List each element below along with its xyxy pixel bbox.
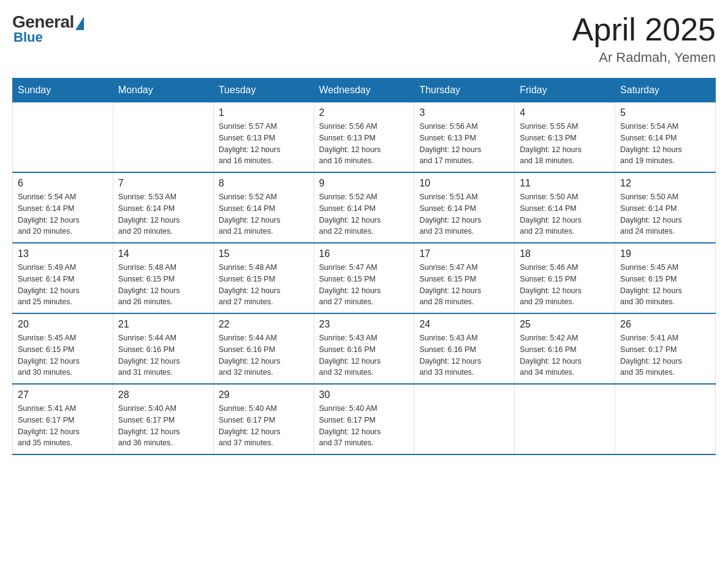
calendar-cell: 20Sunrise: 5:45 AM Sunset: 6:15 PM Dayli… bbox=[13, 313, 113, 384]
calendar-table: SundayMondayTuesdayWednesdayThursdayFrid… bbox=[12, 78, 716, 455]
calendar-cell: 25Sunrise: 5:42 AM Sunset: 6:16 PM Dayli… bbox=[515, 313, 615, 384]
day-number: 20 bbox=[18, 319, 108, 330]
day-info: Sunrise: 5:49 AM Sunset: 6:14 PM Dayligh… bbox=[18, 262, 108, 308]
day-number: 24 bbox=[419, 319, 509, 330]
day-number: 14 bbox=[118, 248, 208, 259]
day-number: 29 bbox=[219, 389, 309, 400]
calendar-week-4: 20Sunrise: 5:45 AM Sunset: 6:15 PM Dayli… bbox=[13, 313, 716, 384]
day-number: 11 bbox=[520, 178, 610, 189]
calendar-cell: 24Sunrise: 5:43 AM Sunset: 6:16 PM Dayli… bbox=[414, 313, 515, 384]
calendar-location: Ar Radmah, Yemen bbox=[572, 50, 716, 66]
day-info: Sunrise: 5:43 AM Sunset: 6:16 PM Dayligh… bbox=[419, 332, 509, 378]
calendar-cell bbox=[515, 384, 615, 454]
day-number: 9 bbox=[319, 178, 409, 189]
day-of-week-thursday: Thursday bbox=[414, 79, 515, 102]
calendar-cell: 16Sunrise: 5:47 AM Sunset: 6:15 PM Dayli… bbox=[314, 243, 414, 313]
logo-blue-text: Blue bbox=[13, 29, 43, 45]
day-info: Sunrise: 5:53 AM Sunset: 6:14 PM Dayligh… bbox=[118, 191, 208, 237]
day-number: 15 bbox=[219, 248, 309, 259]
day-info: Sunrise: 5:44 AM Sunset: 6:16 PM Dayligh… bbox=[219, 332, 309, 378]
day-info: Sunrise: 5:48 AM Sunset: 6:15 PM Dayligh… bbox=[219, 262, 309, 308]
day-number: 26 bbox=[620, 319, 710, 330]
calendar-header-row: SundayMondayTuesdayWednesdayThursdayFrid… bbox=[13, 79, 716, 102]
day-number: 17 bbox=[419, 248, 509, 259]
day-number: 1 bbox=[219, 107, 309, 118]
day-of-week-tuesday: Tuesday bbox=[213, 79, 314, 102]
calendar-cell: 27Sunrise: 5:41 AM Sunset: 6:17 PM Dayli… bbox=[13, 384, 113, 454]
day-number: 12 bbox=[620, 178, 710, 189]
calendar-cell: 7Sunrise: 5:53 AM Sunset: 6:14 PM Daylig… bbox=[113, 172, 213, 243]
calendar-cell: 4Sunrise: 5:55 AM Sunset: 6:13 PM Daylig… bbox=[515, 102, 615, 173]
day-info: Sunrise: 5:54 AM Sunset: 6:14 PM Dayligh… bbox=[620, 121, 710, 167]
day-info: Sunrise: 5:46 AM Sunset: 6:15 PM Dayligh… bbox=[520, 262, 610, 308]
calendar-cell: 15Sunrise: 5:48 AM Sunset: 6:15 PM Dayli… bbox=[213, 243, 314, 313]
calendar-cell: 5Sunrise: 5:54 AM Sunset: 6:14 PM Daylig… bbox=[615, 102, 716, 173]
calendar-cell: 2Sunrise: 5:56 AM Sunset: 6:13 PM Daylig… bbox=[314, 102, 414, 173]
calendar-cell: 18Sunrise: 5:46 AM Sunset: 6:15 PM Dayli… bbox=[515, 243, 615, 313]
day-number: 27 bbox=[18, 389, 108, 400]
calendar-cell: 8Sunrise: 5:52 AM Sunset: 6:14 PM Daylig… bbox=[213, 172, 314, 243]
day-info: Sunrise: 5:56 AM Sunset: 6:13 PM Dayligh… bbox=[319, 121, 409, 167]
day-info: Sunrise: 5:50 AM Sunset: 6:14 PM Dayligh… bbox=[620, 191, 710, 237]
calendar-cell: 6Sunrise: 5:54 AM Sunset: 6:14 PM Daylig… bbox=[13, 172, 113, 243]
calendar-cell: 17Sunrise: 5:47 AM Sunset: 6:15 PM Dayli… bbox=[414, 243, 515, 313]
calendar-cell: 3Sunrise: 5:56 AM Sunset: 6:13 PM Daylig… bbox=[414, 102, 515, 173]
day-info: Sunrise: 5:52 AM Sunset: 6:14 PM Dayligh… bbox=[319, 191, 409, 237]
day-info: Sunrise: 5:56 AM Sunset: 6:13 PM Dayligh… bbox=[419, 121, 509, 167]
logo-triangle-icon bbox=[75, 17, 84, 30]
day-number: 10 bbox=[419, 178, 509, 189]
day-number: 8 bbox=[219, 178, 309, 189]
day-info: Sunrise: 5:40 AM Sunset: 6:17 PM Dayligh… bbox=[118, 403, 208, 449]
day-info: Sunrise: 5:47 AM Sunset: 6:15 PM Dayligh… bbox=[319, 262, 409, 308]
calendar-cell: 11Sunrise: 5:50 AM Sunset: 6:14 PM Dayli… bbox=[515, 172, 615, 243]
calendar-week-5: 27Sunrise: 5:41 AM Sunset: 6:17 PM Dayli… bbox=[13, 384, 716, 454]
calendar-cell: 21Sunrise: 5:44 AM Sunset: 6:16 PM Dayli… bbox=[113, 313, 213, 384]
day-info: Sunrise: 5:52 AM Sunset: 6:14 PM Dayligh… bbox=[219, 191, 309, 237]
day-number: 16 bbox=[319, 248, 409, 259]
day-number: 18 bbox=[520, 248, 610, 259]
day-number: 13 bbox=[18, 248, 108, 259]
calendar-week-2: 6Sunrise: 5:54 AM Sunset: 6:14 PM Daylig… bbox=[13, 172, 716, 243]
day-info: Sunrise: 5:42 AM Sunset: 6:16 PM Dayligh… bbox=[520, 332, 610, 378]
day-info: Sunrise: 5:41 AM Sunset: 6:17 PM Dayligh… bbox=[18, 403, 108, 449]
day-info: Sunrise: 5:41 AM Sunset: 6:17 PM Dayligh… bbox=[620, 332, 710, 378]
page-header: General Blue April 2025 Ar Radmah, Yemen bbox=[12, 12, 716, 66]
day-of-week-monday: Monday bbox=[113, 79, 213, 102]
calendar-cell: 26Sunrise: 5:41 AM Sunset: 6:17 PM Dayli… bbox=[615, 313, 716, 384]
day-number: 19 bbox=[620, 248, 710, 259]
day-info: Sunrise: 5:45 AM Sunset: 6:15 PM Dayligh… bbox=[18, 332, 108, 378]
day-of-week-friday: Friday bbox=[515, 79, 615, 102]
day-number: 23 bbox=[319, 319, 409, 330]
day-number: 7 bbox=[118, 178, 208, 189]
day-info: Sunrise: 5:43 AM Sunset: 6:16 PM Dayligh… bbox=[319, 332, 409, 378]
day-info: Sunrise: 5:55 AM Sunset: 6:13 PM Dayligh… bbox=[520, 121, 610, 167]
day-number: 5 bbox=[620, 107, 710, 118]
calendar-cell: 1Sunrise: 5:57 AM Sunset: 6:13 PM Daylig… bbox=[213, 102, 314, 173]
day-info: Sunrise: 5:40 AM Sunset: 6:17 PM Dayligh… bbox=[219, 403, 309, 449]
day-info: Sunrise: 5:47 AM Sunset: 6:15 PM Dayligh… bbox=[419, 262, 509, 308]
day-info: Sunrise: 5:40 AM Sunset: 6:17 PM Dayligh… bbox=[319, 403, 409, 449]
day-info: Sunrise: 5:45 AM Sunset: 6:15 PM Dayligh… bbox=[620, 262, 710, 308]
calendar-cell: 29Sunrise: 5:40 AM Sunset: 6:17 PM Dayli… bbox=[213, 384, 314, 454]
calendar-cell bbox=[414, 384, 515, 454]
day-info: Sunrise: 5:57 AM Sunset: 6:13 PM Dayligh… bbox=[219, 121, 309, 167]
calendar-week-1: 1Sunrise: 5:57 AM Sunset: 6:13 PM Daylig… bbox=[13, 102, 716, 173]
day-number: 22 bbox=[219, 319, 309, 330]
day-info: Sunrise: 5:54 AM Sunset: 6:14 PM Dayligh… bbox=[18, 191, 108, 237]
calendar-cell: 30Sunrise: 5:40 AM Sunset: 6:17 PM Dayli… bbox=[314, 384, 414, 454]
logo: General Blue bbox=[12, 12, 84, 45]
day-info: Sunrise: 5:44 AM Sunset: 6:16 PM Dayligh… bbox=[118, 332, 208, 378]
day-number: 21 bbox=[118, 319, 208, 330]
calendar-cell: 22Sunrise: 5:44 AM Sunset: 6:16 PM Dayli… bbox=[213, 313, 314, 384]
calendar-cell: 13Sunrise: 5:49 AM Sunset: 6:14 PM Dayli… bbox=[13, 243, 113, 313]
day-number: 30 bbox=[319, 389, 409, 400]
day-number: 28 bbox=[118, 389, 208, 400]
day-info: Sunrise: 5:48 AM Sunset: 6:15 PM Dayligh… bbox=[118, 262, 208, 308]
calendar-title: April 2025 bbox=[572, 12, 716, 47]
day-number: 3 bbox=[419, 107, 509, 118]
calendar-cell: 12Sunrise: 5:50 AM Sunset: 6:14 PM Dayli… bbox=[615, 172, 716, 243]
calendar-week-3: 13Sunrise: 5:49 AM Sunset: 6:14 PM Dayli… bbox=[13, 243, 716, 313]
calendar-cell: 23Sunrise: 5:43 AM Sunset: 6:16 PM Dayli… bbox=[314, 313, 414, 384]
day-of-week-wednesday: Wednesday bbox=[314, 79, 414, 102]
day-of-week-sunday: Sunday bbox=[13, 79, 113, 102]
